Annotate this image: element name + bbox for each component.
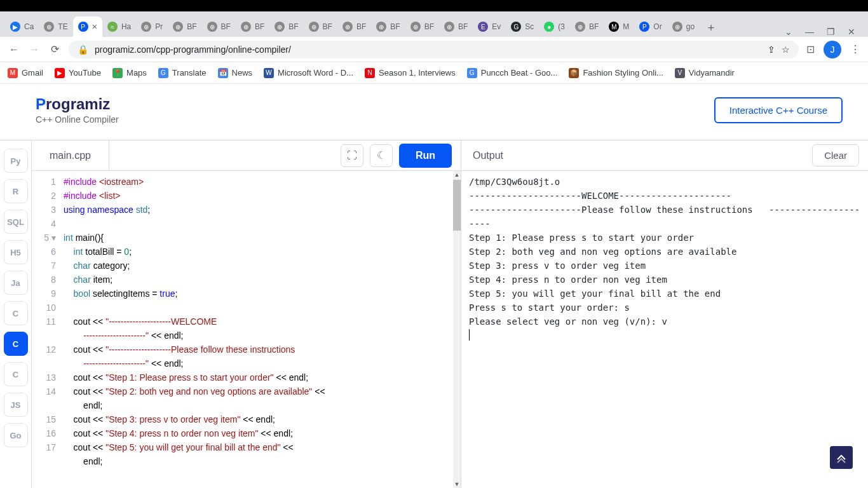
profile-avatar[interactable]: J [824, 41, 841, 58]
browser-tab[interactable]: ⊕BF [269, 17, 303, 37]
browser-tab[interactable]: ⊕BF [202, 17, 236, 37]
chevron-down-icon[interactable]: ⌄ [785, 27, 792, 37]
tab-label: BF [323, 22, 332, 31]
browser-tab[interactable]: ⊕BF [371, 17, 405, 37]
code-line[interactable]: using namespace std; [64, 203, 461, 217]
tab-favicon: ⊕ [207, 22, 217, 32]
bookmark-item[interactable]: 📦Fashion Styling Onli... [569, 68, 663, 78]
fullscreen-button[interactable]: ⛶ [341, 144, 363, 167]
bookmark-item[interactable]: ▶YouTube [55, 68, 101, 78]
browser-tab[interactable]: ▶Ca [5, 17, 39, 37]
bookmark-item[interactable]: 📍Maps [112, 68, 147, 78]
bookmark-item[interactable]: MGmail [8, 68, 43, 78]
minimize-button[interactable]: — [805, 27, 814, 37]
code-line[interactable]: endl; [64, 398, 461, 412]
code-line[interactable]: char category; [64, 259, 461, 273]
browser-tab[interactable]: ●(3 [539, 17, 570, 37]
clear-button[interactable]: Clear [812, 144, 859, 166]
star-icon[interactable]: ☆ [782, 44, 790, 55]
close-window-button[interactable]: ✕ [848, 27, 855, 37]
browser-tab[interactable]: ⊕BF [405, 17, 439, 37]
bookmark-item[interactable]: GPuncch Beat - Goo... [467, 68, 558, 78]
line-number: 1 [32, 175, 56, 189]
code-line[interactable]: cout << "Step 3: press v to order veg it… [64, 412, 461, 426]
code-line[interactable]: ---------------------" << endl; [64, 356, 461, 370]
code-content[interactable]: #include <iostream>#include <list>using … [64, 171, 461, 488]
language-button-h5[interactable]: H5 [4, 240, 28, 264]
code-line[interactable] [64, 301, 461, 315]
back-button[interactable]: ← [8, 43, 20, 56]
code-editor[interactable]: 12345 ▾67891011121314151617 #include <io… [32, 171, 461, 488]
bookmark-item[interactable]: WMicrosoft Word - D... [264, 68, 353, 78]
bookmark-item[interactable]: NSeason 1, Interviews [365, 68, 456, 78]
bookmark-item[interactable]: 📅News [218, 68, 253, 78]
code-line[interactable]: int totalBill = 0; [64, 245, 461, 259]
browser-tab[interactable]: ⊕BF [439, 17, 473, 37]
code-line[interactable]: int main(){ [64, 231, 461, 245]
code-line[interactable]: cout << "---------------------Please fol… [64, 342, 461, 356]
browser-tab[interactable]: GSc [506, 17, 539, 37]
language-button-py[interactable]: Py [4, 149, 28, 173]
url-bar[interactable]: 🔒 programiz.com/cpp-programming/online-c… [69, 41, 799, 58]
menu-icon[interactable]: ⋮ [850, 43, 860, 55]
tab-label: M [623, 22, 629, 31]
tab-label: BF [221, 22, 231, 31]
browser-tab[interactable]: ⊕go [667, 17, 700, 37]
filename-tab[interactable]: main.cpp [32, 140, 109, 170]
code-line[interactable]: cout << "---------------------WELCOME [64, 315, 461, 329]
code-line[interactable]: cout << "Step 5: you will get your final… [64, 440, 461, 454]
tab-label: BF [458, 22, 468, 31]
language-button-sql[interactable]: SQL [4, 210, 28, 234]
browser-tab[interactable]: ⊕BF [236, 17, 269, 37]
language-button-c[interactable]: C [4, 332, 28, 356]
code-line[interactable]: cout << "Step 2: both veg and non veg op… [64, 384, 461, 398]
code-line[interactable]: bool selectingItems = true; [64, 287, 461, 301]
browser-tab[interactable]: EEv [473, 17, 506, 37]
code-line[interactable]: cout << "Step 1: Please press s to start… [64, 370, 461, 384]
code-line[interactable] [64, 217, 461, 231]
close-icon[interactable]: × [92, 22, 97, 32]
browser-tab[interactable]: ⊕Pr [136, 17, 168, 37]
programiz-logo[interactable]: Programiz [36, 95, 119, 113]
browser-tab[interactable]: ⊕TE [39, 17, 72, 37]
browser-tab[interactable]: MM [604, 17, 634, 37]
code-line[interactable]: ---------------------" << endl; [64, 329, 461, 342]
maximize-button[interactable]: ❐ [827, 27, 835, 37]
bookmark-item[interactable]: VVidyamandir [675, 68, 735, 78]
language-button-r[interactable]: R [4, 179, 28, 203]
browser-tab[interactable]: P× [73, 17, 102, 37]
bookmark-item[interactable]: GTranslate [158, 68, 207, 78]
browser-tab[interactable]: ≈Ha [102, 17, 136, 37]
run-button[interactable]: Run [399, 144, 452, 168]
scrollbar-up-arrow[interactable]: ▲ [453, 171, 461, 179]
share-icon[interactable]: ⇪ [768, 44, 775, 55]
reload-button[interactable]: ⟳ [48, 43, 61, 56]
language-button-ja[interactable]: Ja [4, 271, 28, 295]
browser-tab[interactable]: ⊕BF [337, 17, 371, 37]
interactive-course-button[interactable]: Interactive C++ Course [714, 97, 843, 123]
forward-button[interactable]: → [28, 43, 41, 56]
scrollbar-thumb[interactable] [453, 180, 461, 231]
code-line[interactable]: char item; [64, 273, 461, 287]
output-content[interactable]: /tmp/C3Qw6ou8jt.o ---------------------W… [461, 171, 868, 488]
tab-label: Ev [492, 22, 501, 31]
browser-tab[interactable]: ⊕BF [168, 17, 201, 37]
code-line[interactable]: #include <iostream> [64, 175, 461, 189]
language-button-c[interactable]: C [4, 362, 28, 386]
language-button-js[interactable]: JS [4, 393, 28, 417]
browser-tab[interactable]: ⊕BF [304, 17, 337, 37]
theme-toggle-button[interactable]: ☾ [370, 144, 393, 167]
browser-tab[interactable]: ⊕BF [570, 17, 604, 37]
extension-icon[interactable]: ⊡ [806, 43, 815, 55]
code-line[interactable]: cout << "Step 4: press n to order non ve… [64, 426, 461, 440]
language-button-go[interactable]: Go [4, 423, 28, 447]
scrollbar-down-arrow[interactable]: ▼ [453, 480, 461, 488]
language-button-c[interactable]: C [4, 301, 28, 325]
new-tab-button[interactable]: + [702, 19, 720, 37]
code-line[interactable]: endl; [64, 454, 461, 468]
code-line[interactable]: #include <list> [64, 189, 461, 203]
browser-tab[interactable]: POr [634, 17, 667, 37]
editor-scrollbar[interactable]: ▲ ▼ [453, 171, 461, 488]
scroll-top-button[interactable] [830, 446, 853, 469]
tab-label: BF [187, 22, 196, 31]
